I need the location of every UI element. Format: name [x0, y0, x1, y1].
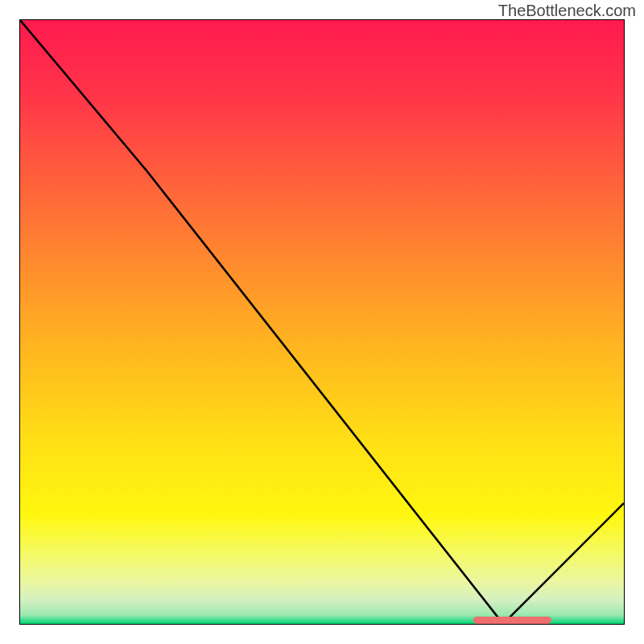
curve-line	[20, 20, 624, 624]
optimal-marker	[473, 617, 552, 624]
attribution-text: TheBottleneck.com	[498, 2, 636, 20]
curve-polyline	[20, 20, 624, 624]
bottleneck-chart	[19, 19, 625, 625]
